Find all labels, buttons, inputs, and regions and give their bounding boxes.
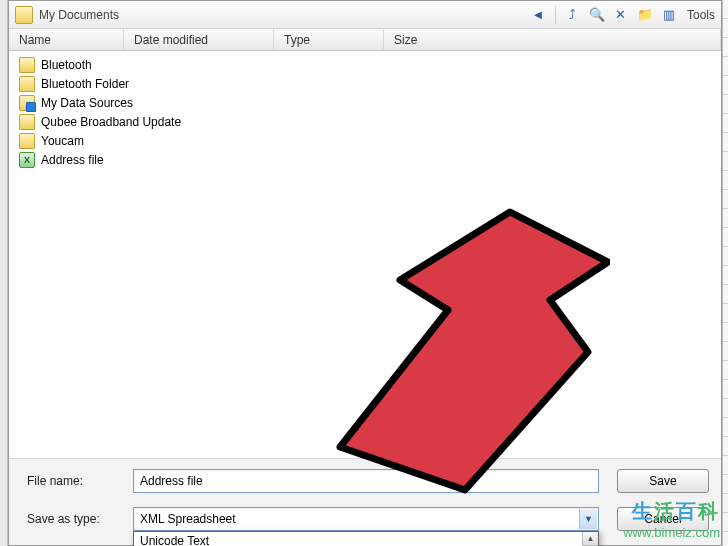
list-item[interactable]: Bluetooth Folder [15, 74, 715, 93]
cancel-button[interactable]: Cancel [617, 507, 709, 531]
chevron-down-icon[interactable]: ▼ [579, 509, 597, 529]
dropdown-scrollbar[interactable]: ▲ ▼ [582, 532, 598, 546]
data-source-icon [19, 95, 35, 111]
list-item[interactable]: Bluetooth [15, 55, 715, 74]
columns-header: Name Date modified Type Size [9, 29, 721, 51]
folder-icon [19, 114, 35, 130]
item-label: Bluetooth Folder [41, 77, 129, 91]
scroll-up-icon[interactable]: ▲ [583, 532, 598, 546]
toolbar-buttons: ◄ ⤴ 🔍 ✕ 📁 ▥ Tools [528, 5, 715, 25]
views-icon[interactable]: ▥ [659, 5, 679, 25]
tools-menu[interactable]: Tools [687, 8, 715, 22]
filename-row: File name: Save [27, 469, 709, 493]
spreadsheet-edge [722, 0, 728, 546]
left-window-edge [0, 0, 8, 546]
location-toolbar: My Documents ◄ ⤴ 🔍 ✕ 📁 ▥ Tools [9, 1, 721, 29]
col-date[interactable]: Date modified [124, 29, 274, 50]
item-label: Youcam [41, 134, 84, 148]
col-size[interactable]: Size [384, 29, 721, 50]
folder-icon [19, 57, 35, 73]
savetype-row: Save as type: XML Spreadsheet ▼ Cancel U… [27, 507, 709, 531]
back-button[interactable]: ◄ [528, 5, 548, 25]
search-icon[interactable]: 🔍 [587, 5, 607, 25]
location-text: My Documents [39, 8, 522, 22]
folder-icon [19, 133, 35, 149]
col-type[interactable]: Type [274, 29, 384, 50]
dropdown-item[interactable]: Unicode Text [134, 532, 582, 546]
list-item[interactable]: Youcam [15, 131, 715, 150]
savetype-label: Save as type: [27, 512, 123, 526]
list-item[interactable]: Address file [15, 150, 715, 169]
separator [555, 6, 556, 24]
folder-icon [15, 6, 33, 24]
excel-file-icon [19, 152, 35, 168]
file-list[interactable]: Bluetooth Bluetooth Folder My Data Sourc… [9, 51, 721, 458]
savetype-combobox[interactable]: XML Spreadsheet ▼ [133, 507, 599, 531]
list-item[interactable]: Qubee Broadband Update [15, 112, 715, 131]
up-button[interactable]: ⤴ [563, 5, 583, 25]
delete-icon[interactable]: ✕ [611, 5, 631, 25]
filename-label: File name: [27, 474, 123, 488]
filename-input[interactable] [133, 469, 599, 493]
dropdown-options: Unicode Text Microsoft Excel 5.0/95 Work… [134, 532, 582, 546]
folder-icon [19, 76, 35, 92]
item-label: My Data Sources [41, 96, 133, 110]
new-folder-icon[interactable]: 📁 [635, 5, 655, 25]
item-label: Address file [41, 153, 104, 167]
col-name[interactable]: Name [9, 29, 124, 50]
savetype-value: XML Spreadsheet [140, 512, 236, 526]
item-label: Qubee Broadband Update [41, 115, 181, 129]
savetype-dropdown: Unicode Text Microsoft Excel 5.0/95 Work… [133, 531, 599, 546]
list-item[interactable]: My Data Sources [15, 93, 715, 112]
item-label: Bluetooth [41, 58, 92, 72]
save-as-dialog: My Documents ◄ ⤴ 🔍 ✕ 📁 ▥ Tools Name Date… [8, 0, 722, 546]
bottom-pane: File name: Save Save as type: XML Spread… [9, 458, 721, 545]
save-button[interactable]: Save [617, 469, 709, 493]
